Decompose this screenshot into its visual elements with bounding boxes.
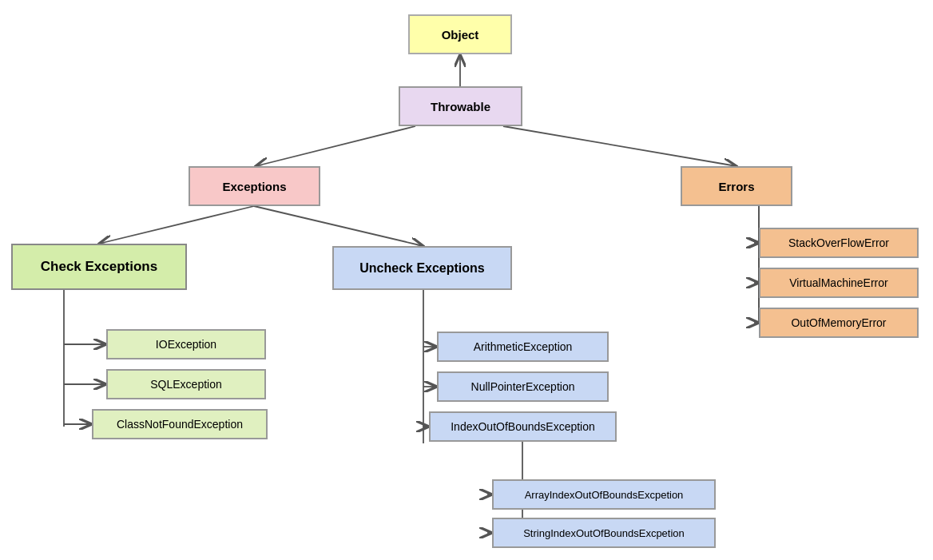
ioexception-label: IOException bbox=[156, 338, 216, 351]
diagram: Object Throwable Exceptions Errors Check… bbox=[0, 0, 933, 560]
stackoverflow-label: StackOverFlowError bbox=[788, 236, 889, 249]
throwable-label: Throwable bbox=[431, 100, 490, 113]
virtualmachine-label: VirtualMachineError bbox=[789, 276, 887, 289]
classnotfound-label: ClassNotFoundException bbox=[117, 418, 243, 431]
node-object: Object bbox=[408, 14, 512, 54]
node-throwable: Throwable bbox=[399, 86, 522, 126]
nullpointer-label: NullPointerException bbox=[471, 380, 575, 393]
node-classnotfound: ClassNotFoundException bbox=[92, 409, 268, 439]
node-uncheck-exceptions: Uncheck Exceptions bbox=[332, 246, 512, 290]
node-indexoutofbounds: IndexOutOfBoundsException bbox=[429, 411, 617, 442]
check-exceptions-label: Check Exceptions bbox=[41, 259, 157, 275]
arrayindex-label: ArrayIndexOutOfBoundsExcpetion bbox=[525, 489, 684, 501]
node-nullpointer: NullPointerException bbox=[437, 371, 609, 402]
node-check-exceptions: Check Exceptions bbox=[11, 244, 187, 290]
node-outofmemory: OutOfMemoryError bbox=[759, 308, 919, 338]
arithmetic-label: ArithmeticException bbox=[474, 340, 573, 353]
svg-line-4 bbox=[254, 206, 423, 246]
svg-line-3 bbox=[99, 206, 254, 244]
node-stackoverflow: StackOverFlowError bbox=[759, 228, 919, 258]
outofmemory-label: OutOfMemoryError bbox=[791, 316, 886, 329]
node-errors: Errors bbox=[681, 166, 792, 206]
svg-line-2 bbox=[503, 126, 736, 166]
node-stringindex: StringIndexOutOfBoundsExcpetion bbox=[492, 518, 716, 548]
exceptions-label: Exceptions bbox=[222, 180, 286, 193]
uncheck-exceptions-label: Uncheck Exceptions bbox=[359, 261, 485, 276]
node-arrayindex: ArrayIndexOutOfBoundsExcpetion bbox=[492, 479, 716, 510]
node-virtualmachine: VirtualMachineError bbox=[759, 268, 919, 298]
node-ioexception: IOException bbox=[106, 329, 266, 359]
stringindex-label: StringIndexOutOfBoundsExcpetion bbox=[523, 527, 685, 539]
node-exceptions: Exceptions bbox=[189, 166, 320, 206]
sqlexception-label: SQLException bbox=[150, 378, 222, 391]
svg-line-1 bbox=[256, 126, 415, 166]
indexoutofbounds-label: IndexOutOfBoundsException bbox=[451, 420, 595, 433]
object-label: Object bbox=[442, 28, 479, 42]
errors-label: Errors bbox=[718, 180, 754, 193]
node-sqlexception: SQLException bbox=[106, 369, 266, 399]
node-arithmetic: ArithmeticException bbox=[437, 332, 609, 362]
